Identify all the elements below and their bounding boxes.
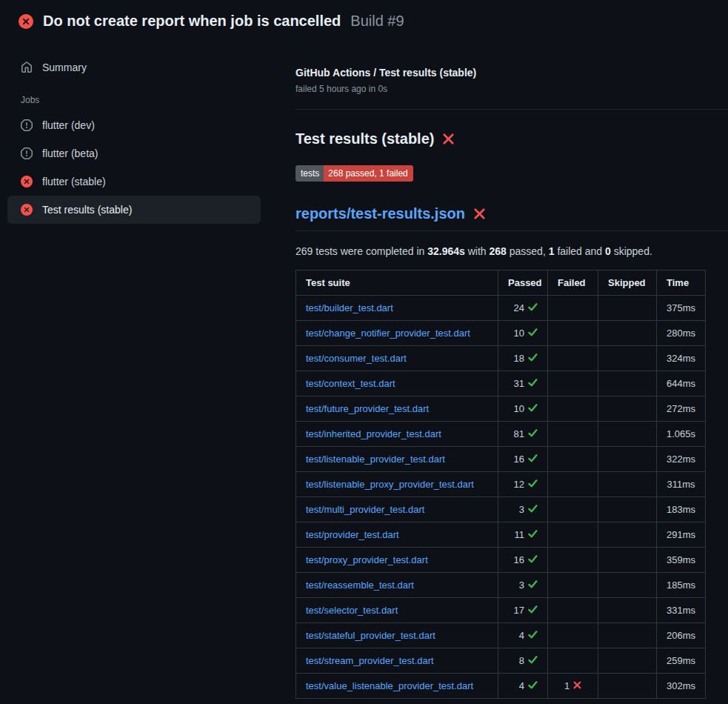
passed-cell: 12 — [498, 472, 548, 497]
suite-cell: test/stream_provider_test.dart — [296, 648, 498, 674]
skipped-cell — [598, 674, 657, 699]
check-icon — [528, 353, 538, 362]
table-row: test/context_test.dart31644ms — [296, 371, 706, 396]
passed-cell: 10 — [498, 321, 548, 346]
suite-link[interactable]: test/multi_provider_test.dart — [306, 504, 424, 515]
suite-cell: test/selector_test.dart — [296, 598, 498, 623]
suite-cell: test/stateful_provider_test.dart — [296, 623, 498, 648]
suite-link[interactable]: test/provider_test.dart — [306, 529, 399, 540]
sidebar-item-flutter-dev[interactable]: flutter (dev) — [7, 111, 261, 139]
results-table: Test suite Passed Failed Skipped Time te… — [295, 270, 706, 699]
skipped-cell — [598, 548, 657, 573]
time-cell: 359ms — [657, 548, 706, 573]
time-cell: 331ms — [657, 598, 706, 623]
check-icon — [528, 580, 538, 588]
report-file-link[interactable]: reports/test-results.json — [295, 205, 465, 222]
passed-cell: 3 — [498, 573, 548, 598]
failed-cell — [548, 497, 598, 522]
table-row: test/proxy_provider_test.dart16359ms — [296, 548, 706, 573]
table-row: test/consumer_test.dart18324ms — [296, 346, 706, 371]
check-icon — [528, 656, 538, 664]
table-row: test/listenable_provider_test.dart16322m… — [296, 447, 706, 472]
jobs-section-heading: Jobs — [7, 82, 284, 111]
suite-link[interactable]: test/selector_test.dart — [306, 605, 398, 616]
check-icon — [528, 429, 538, 437]
suite-link[interactable]: test/listenable_provider_test.dart — [306, 454, 445, 465]
sidebar-item-label: flutter (beta) — [42, 147, 98, 159]
sidebar-item-flutter-beta[interactable]: flutter (beta) — [7, 139, 261, 167]
failed-cell — [548, 573, 598, 598]
cancelled-status-icon — [21, 119, 33, 131]
time-cell: 311ms — [657, 472, 706, 497]
failed-cell — [548, 648, 598, 674]
check-icon — [528, 555, 538, 563]
suite-link[interactable]: test/value_listenable_provider_test.dart — [306, 680, 473, 691]
suite-cell: test/reassemble_test.dart — [296, 573, 498, 598]
suite-link[interactable]: test/consumer_test.dart — [306, 353, 407, 364]
passed-cell: 16 — [498, 447, 548, 472]
passed-cell: 81 — [498, 422, 548, 447]
time-cell: 291ms — [657, 522, 706, 548]
main-content: GitHub Actions / Test results (stable) f… — [284, 39, 728, 699]
check-icon — [528, 404, 538, 412]
check-icon — [528, 505, 538, 513]
cancelled-status-icon — [21, 147, 33, 159]
check-icon — [528, 328, 538, 336]
failed-cell — [548, 321, 598, 346]
time-cell: 1.065s — [657, 422, 706, 447]
suite-link[interactable]: test/change_notifier_provider_test.dart — [306, 328, 470, 339]
build-number: Build #9 — [350, 13, 404, 30]
time-cell: 272ms — [657, 396, 706, 422]
failed-cell — [548, 422, 598, 447]
table-row: test/reassemble_test.dart3185ms — [296, 573, 706, 598]
passed-cell: 10 — [498, 396, 548, 422]
failed-status-icon — [21, 176, 33, 187]
home-icon — [21, 62, 33, 73]
passed-cell: 3 — [498, 497, 548, 522]
table-row: test/stateful_provider_test.dart4206ms — [296, 623, 706, 648]
skipped-cell — [598, 321, 657, 346]
sidebar-item-summary[interactable]: Summary — [7, 53, 261, 82]
suite-link[interactable]: test/stream_provider_test.dart — [306, 655, 434, 666]
run-status-text: failed 5 hours ago in 0s — [295, 84, 728, 94]
check-icon — [528, 631, 538, 639]
time-cell: 644ms — [657, 371, 706, 396]
badge-value: 268 passed, 1 failed — [324, 165, 413, 182]
check-icon — [528, 303, 538, 311]
suite-link[interactable]: test/reassemble_test.dart — [306, 580, 414, 591]
sidebar: Summary Jobs flutter (dev) flutter (beta… — [0, 39, 284, 224]
suite-link[interactable]: test/stateful_provider_test.dart — [306, 630, 435, 641]
skipped-cell — [598, 396, 657, 422]
passed-cell: 17 — [498, 598, 548, 623]
passed-cell: 24 — [498, 296, 548, 321]
table-header-row: Test suite Passed Failed Skipped Time — [296, 270, 706, 296]
failed-cell — [548, 623, 598, 648]
time-cell: 375ms — [657, 296, 706, 321]
check-icon — [528, 454, 538, 462]
passed-cell: 11 — [498, 522, 548, 548]
suite-cell: test/context_test.dart — [296, 371, 498, 396]
failed-x-icon — [473, 207, 486, 220]
table-row: test/inherited_provider_test.dart811.065… — [296, 422, 706, 447]
sidebar-item-flutter-stable[interactable]: flutter (stable) — [7, 167, 261, 196]
suite-link[interactable]: test/listenable_proxy_provider_test.dart — [306, 479, 474, 490]
time-cell: 324ms — [657, 346, 706, 371]
table-row: test/stream_provider_test.dart8259ms — [296, 648, 706, 674]
sidebar-item-label: Summary — [42, 62, 87, 73]
skipped-cell — [598, 648, 657, 674]
badge-label: tests — [295, 165, 324, 182]
time-cell: 185ms — [657, 573, 706, 598]
suite-link[interactable]: test/builder_test.dart — [306, 302, 393, 313]
suite-cell: test/builder_test.dart — [296, 296, 498, 321]
passed-cell: 18 — [498, 346, 548, 371]
sidebar-item-label: flutter (stable) — [42, 176, 106, 187]
suite-link[interactable]: test/proxy_provider_test.dart — [306, 554, 428, 565]
table-row: test/provider_test.dart11291ms — [296, 522, 706, 548]
suite-link[interactable]: test/inherited_provider_test.dart — [306, 428, 441, 439]
passed-cell: 31 — [498, 371, 548, 396]
failed-cell — [548, 548, 598, 573]
suite-link[interactable]: test/future_provider_test.dart — [306, 403, 429, 414]
suite-link[interactable]: test/context_test.dart — [306, 378, 395, 389]
sidebar-item-test-results-stable[interactable]: Test results (stable) — [7, 196, 261, 224]
table-row: test/future_provider_test.dart10272ms — [296, 396, 706, 422]
